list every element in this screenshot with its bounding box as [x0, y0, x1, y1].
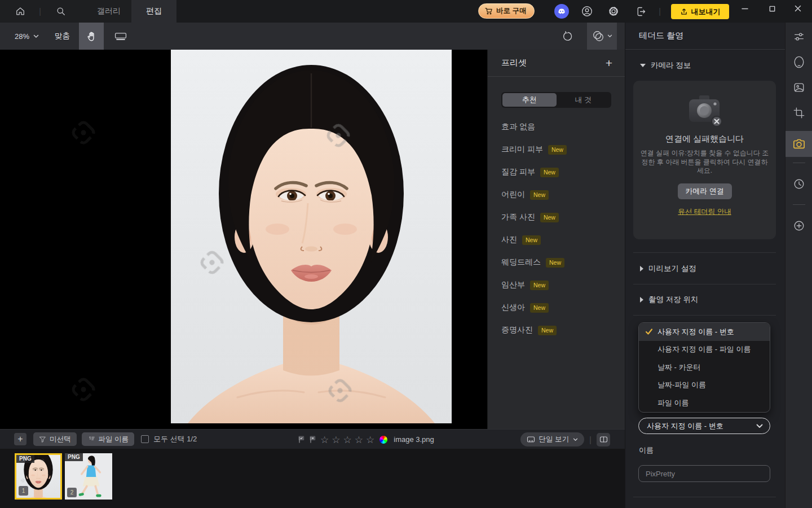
flag-reject-icon[interactable]	[309, 435, 317, 444]
naming-option[interactable]: 날짜 - 카운터	[639, 358, 770, 376]
thumbnail-2[interactable]: PNG 2	[65, 453, 112, 500]
naming-select[interactable]: 사용자 지정 이름 - 번호	[638, 418, 770, 434]
select-all-control[interactable]: 모두 선택 1/2	[141, 434, 197, 444]
minimize-button[interactable]	[736, 0, 753, 17]
preset-item[interactable]: 신생아 New	[488, 296, 625, 319]
preset-item[interactable]: 어린이 New	[488, 183, 625, 206]
preset-item[interactable]: 가족 사진 New	[488, 206, 625, 229]
image-meta-cluster: ☆ ☆ ☆ ☆ ☆ image 3.png	[298, 430, 434, 449]
new-badge: New	[546, 258, 564, 268]
naming-option[interactable]: 날짜-파일 이름	[639, 376, 770, 395]
hand-tool-button[interactable]	[79, 23, 104, 50]
maximize-button[interactable]	[764, 0, 780, 17]
split-view-button[interactable]	[597, 433, 610, 446]
fit-button[interactable]: 맞춤	[55, 31, 70, 41]
divider	[633, 252, 776, 253]
camera-info-section[interactable]: 카메라 정보	[625, 59, 691, 72]
logout-button[interactable]	[633, 0, 648, 23]
funnel-icon	[39, 436, 46, 443]
close-icon	[796, 6, 801, 11]
view-controls: 단일 보기 |	[520, 430, 610, 449]
discord-button[interactable]	[554, 0, 570, 23]
name-input[interactable]	[638, 465, 770, 482]
preset-item[interactable]: 웨딩드레스 New	[488, 251, 625, 274]
undo-button[interactable]	[558, 30, 578, 42]
tether-shoot-tool-button[interactable]	[785, 131, 812, 157]
adjustments-tool-button[interactable]	[785, 24, 812, 50]
star-icon[interactable]: ☆	[343, 434, 352, 445]
select-all-checkbox[interactable]	[141, 435, 149, 443]
titlebar-divider: |	[36, 0, 44, 23]
save-location-section[interactable]: 촬영 저장 위치	[625, 293, 699, 306]
compare-view-button[interactable]	[587, 23, 617, 50]
upload-icon	[680, 8, 688, 16]
star-icon[interactable]: ☆	[320, 434, 329, 445]
add-tool-button[interactable]	[785, 213, 812, 239]
star-icon[interactable]: ☆	[332, 434, 340, 445]
naming-option-selected[interactable]: 사용자 지정 이름 - 번호	[639, 323, 770, 341]
star-icon[interactable]: ☆	[355, 434, 363, 445]
search-button[interactable]	[53, 0, 69, 23]
maximize-icon	[770, 6, 774, 11]
export-button[interactable]: 내보내기	[671, 4, 729, 19]
toolbar-right-group	[558, 23, 617, 50]
gear-icon	[607, 5, 620, 17]
preset-item[interactable]: 크리미 피부 New	[488, 138, 625, 161]
preset-item[interactable]: 증명사진 New	[488, 319, 625, 341]
new-badge: New	[530, 303, 549, 313]
buy-now-button[interactable]: 바로 구매	[478, 3, 535, 19]
hand-icon	[86, 30, 98, 42]
close-button[interactable]	[789, 0, 806, 17]
naming-option[interactable]: 파일 이름	[639, 394, 770, 412]
tab-recommended[interactable]: 추천	[502, 93, 557, 107]
select-all-label: 모두 선택 1/2	[153, 434, 197, 444]
preset-item[interactable]: 효과 없음	[488, 116, 625, 138]
history-tool-button[interactable]	[785, 171, 812, 197]
undo-icon	[562, 30, 574, 42]
sort-by-filename-button[interactable]: 파일 이름	[82, 432, 134, 446]
face-retouch-tool-button[interactable]	[785, 49, 812, 75]
naming-option[interactable]: 사용자 지정 이름 - 파일 이름	[639, 341, 770, 359]
color-label-icon[interactable]	[379, 436, 387, 444]
filter-unselected-button[interactable]: 미선택	[33, 432, 77, 446]
caret-right-icon	[640, 266, 643, 271]
caret-down-icon	[640, 64, 646, 67]
settings-button[interactable]	[606, 0, 621, 23]
tab-edit[interactable]: 편집	[131, 0, 176, 23]
add-preset-button[interactable]: +	[606, 57, 612, 69]
photo-canvas[interactable]	[0, 50, 487, 429]
watermark-icon	[71, 120, 96, 145]
preset-item[interactable]: 사진 New	[488, 229, 625, 251]
tether-header: 테더드 촬영	[625, 23, 785, 50]
star-icon[interactable]: ☆	[366, 434, 374, 445]
preset-item[interactable]: 임산부 New	[488, 274, 625, 296]
export-label: 내보내기	[691, 7, 721, 17]
index-badge: 2	[67, 488, 77, 497]
view-mode-dropdown[interactable]: 단일 보기	[520, 432, 584, 446]
add-image-button[interactable]: +	[14, 433, 27, 445]
camera-connect-button[interactable]: 카메라 연결	[678, 183, 732, 199]
home-icon	[15, 6, 26, 17]
tether-bar-tool-button[interactable]	[108, 23, 133, 50]
flag-pick-icon[interactable]	[298, 435, 306, 444]
zoom-level-dropdown[interactable]: 28%	[15, 32, 39, 41]
tab-mine[interactable]: 내 것	[557, 93, 611, 107]
home-button[interactable]	[12, 0, 28, 23]
plus-circle-icon	[793, 220, 805, 232]
wired-tethering-guide-link[interactable]: 유선 테더링 안내	[633, 207, 776, 217]
single-view-icon	[527, 436, 535, 443]
check-icon	[645, 328, 653, 335]
account-button[interactable]	[579, 0, 595, 23]
preview-settings-section[interactable]: 미리보기 설정	[625, 262, 696, 275]
tab-gallery[interactable]: 갤러리	[82, 0, 135, 23]
presets-title: 프리셋	[501, 58, 527, 68]
thumbnail-1[interactable]: PNG 1	[15, 453, 62, 500]
filter-tool-button[interactable]	[785, 75, 812, 100]
preset-item[interactable]: 질감 피부 New	[488, 161, 625, 183]
preset-list: 효과 없음 크리미 피부 New 질감 피부 New 어린이 New 가족 사진…	[488, 116, 625, 341]
format-badge: PNG	[16, 455, 34, 463]
crop-tool-button[interactable]	[785, 100, 812, 126]
crop-icon	[793, 107, 805, 119]
toolbar-divider	[793, 204, 805, 205]
tether-title: 테더드 촬영	[639, 30, 683, 41]
